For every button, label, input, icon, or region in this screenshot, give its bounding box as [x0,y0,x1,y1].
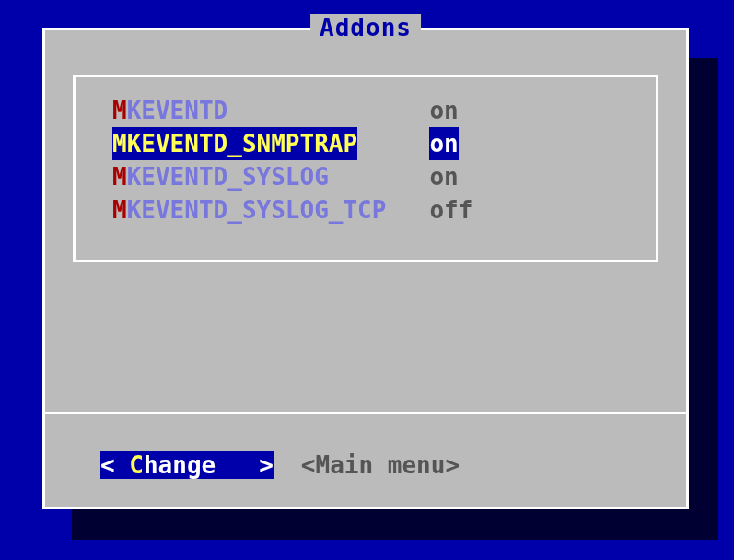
mainmenu-button[interactable]: <Main menu> [301,451,460,479]
item-spacer [227,94,429,127]
item-label: KEVENTD_SNMPTRAP [127,127,357,160]
button-bar: < Change > <Main menu> [100,451,460,479]
dialog-title: Addons [310,14,421,41]
item-spacer [357,127,429,160]
item-hotkey: M [112,127,127,160]
item-status: on [429,127,458,160]
item-label: KEVENTD_SYSLOG [127,160,329,193]
item-status: off [429,193,472,227]
list-item[interactable]: MKEVENTD_SYSLOG on [112,160,619,193]
item-spacer [386,193,429,227]
addons-dialog: Addons MKEVENTD onMKEVENTD_SNMPTRAP onMK… [42,28,689,509]
item-hotkey: M [112,193,127,227]
list-item[interactable]: MKEVENTD_SNMPTRAP on [112,127,619,160]
item-hotkey: M [112,94,127,127]
change-button[interactable]: < Change > [100,451,274,479]
item-label: KEVENTD [127,94,228,127]
item-status: on [429,160,458,193]
item-label: KEVENTD_SYSLOG_TCP [127,193,387,227]
change-button-hotkey: C [129,451,144,479]
list-item[interactable]: MKEVENTD on [112,94,619,127]
item-hotkey: M [112,160,127,193]
change-button-label: hange > [144,451,274,479]
options-list: MKEVENTD onMKEVENTD_SNMPTRAP onMKEVENTD_… [73,75,658,262]
item-spacer [329,160,430,193]
item-status: on [429,94,458,127]
button-divider [45,412,686,414]
list-item[interactable]: MKEVENTD_SYSLOG_TCP off [112,193,619,227]
change-button-pre: < [100,451,129,479]
